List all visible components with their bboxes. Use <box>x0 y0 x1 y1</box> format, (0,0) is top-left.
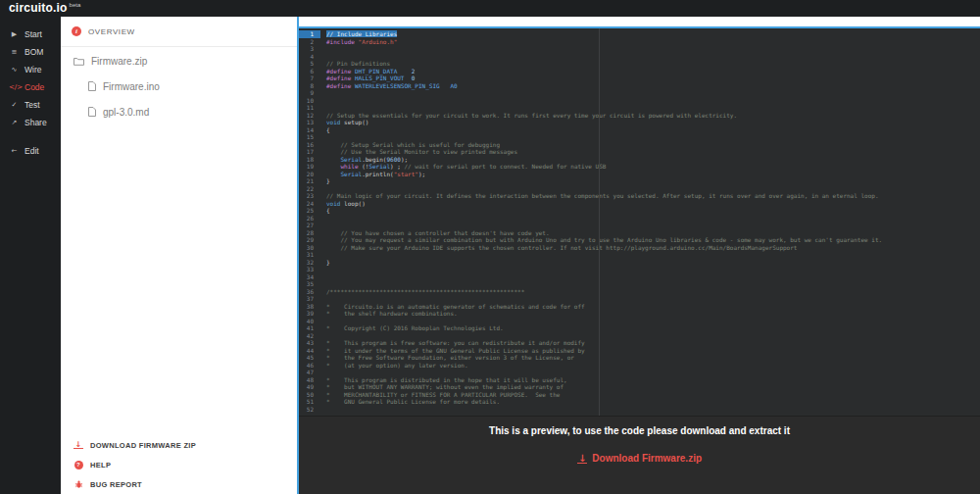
sidebar-item-code[interactable]: </>Code <box>0 78 61 96</box>
code-line[interactable]: 48* This program is distributed in the h… <box>299 376 980 384</box>
code-line[interactable]: 49* but WITHOUT ANY WARRANTY; without ev… <box>299 383 980 391</box>
sidebar-item-test[interactable]: ✓Test <box>0 96 61 114</box>
app-logo[interactable]: circuito.io <box>9 0 68 17</box>
line-number: 28 <box>299 229 320 237</box>
line-number: 26 <box>299 215 320 222</box>
code-line[interactable]: 33 <box>299 266 980 273</box>
line-text <box>320 222 326 229</box>
sidebar-item-wire[interactable]: ∿Wire <box>0 61 61 78</box>
line-text <box>320 45 326 53</box>
line-text <box>320 133 326 141</box>
code-line[interactable]: 5// Pin Definitions <box>299 60 980 68</box>
preview-message: This is a preview, to use the code pleas… <box>299 417 980 436</box>
code-editor[interactable]: 1// Include Libraries2#include "Arduino.… <box>299 26 980 416</box>
code-line[interactable]: 27 <box>299 222 980 229</box>
code-line[interactable]: 4 <box>299 53 980 61</box>
line-text <box>320 266 326 273</box>
code-line[interactable]: 18 Serial.begin(9600); <box>299 156 980 164</box>
code-line[interactable]: 3 <box>299 45 980 53</box>
code-line[interactable]: 44* it under the terms of the GNU Genera… <box>299 347 980 355</box>
file-item-firmware.ino[interactable]: Firmware.ino <box>61 74 297 99</box>
line-text <box>320 406 326 414</box>
line-number: 34 <box>299 273 320 281</box>
code-line[interactable]: 16 // Setup Serial which is useful for d… <box>299 141 980 149</box>
code-line[interactable]: 38* Circuito.io is an automatic generato… <box>299 303 980 311</box>
line-number: 39 <box>299 310 320 318</box>
code-line[interactable]: 8#define WATERLEVELSENSOR_PIN_SIG A0 <box>299 82 980 90</box>
code-line[interactable]: 9 <box>299 89 980 97</box>
code-line[interactable]: 12// Setup the essentials for your circu… <box>299 112 980 120</box>
code-line[interactable]: 51* GNU General Public License for more … <box>299 398 980 406</box>
line-text: // Setup the essentials for your circuit… <box>320 112 737 120</box>
code-line[interactable]: 6#define DHT_PIN_DATA 2 <box>299 68 980 75</box>
code-line[interactable]: 24void loop() <box>299 200 980 208</box>
line-number: 42 <box>299 332 320 340</box>
code-line[interactable]: 19 while (!Serial) ; // wait for serial … <box>299 163 980 171</box>
code-line[interactable]: 47 <box>299 369 980 376</box>
start-icon: ▶ <box>9 30 20 38</box>
code-line[interactable]: 21} <box>299 177 980 185</box>
code-line[interactable]: 41* Copyright (C) 2016 Roboplan Technolo… <box>299 324 980 332</box>
line-number: 30 <box>299 244 320 252</box>
code-line[interactable]: 2#include "Arduino.h" <box>299 38 980 46</box>
code-line[interactable]: 40 <box>299 318 980 325</box>
code-line[interactable]: 52 <box>299 406 980 414</box>
code-line[interactable]: 28 // You have chosen a controller that … <box>299 229 980 237</box>
sidebar-item-start[interactable]: ▶Start <box>0 25 61 43</box>
code-line[interactable]: 15 <box>299 133 980 141</box>
line-text: Serial.println("start"); <box>320 171 425 178</box>
code-line[interactable]: 14{ <box>299 126 980 134</box>
line-text: #define DHT_PIN_DATA 2 <box>320 68 415 75</box>
line-number: 31 <box>299 251 320 259</box>
code-line[interactable]: 29 // You may request a similar combinat… <box>299 236 980 244</box>
line-number: 3 <box>299 45 320 53</box>
line-number: 50 <box>299 391 320 399</box>
code-line[interactable]: 23// Main logic of your circuit. It defi… <box>299 192 980 200</box>
line-text: * the shelf hardware combinations. <box>320 310 458 318</box>
line-number: 48 <box>299 376 320 384</box>
code-line[interactable]: 37 <box>299 295 980 303</box>
code-line[interactable]: 36/*************************************… <box>299 288 980 296</box>
info-icon: i <box>72 26 81 36</box>
code-line[interactable]: 31 <box>299 251 980 259</box>
code-line[interactable]: 30 // Make sure your Arduino IDE support… <box>299 244 980 252</box>
code-line[interactable]: 13void setup() <box>299 119 980 126</box>
file-name: Firmware.zip <box>91 56 147 67</box>
code-line[interactable]: 20 Serial.println("start"); <box>299 171 980 178</box>
line-number: 41 <box>299 324 320 332</box>
download-firmware-link[interactable]: ↓ Download Firmware.zip <box>577 453 702 464</box>
code-line[interactable]: 25{ <box>299 207 980 215</box>
line-number: 23 <box>299 192 320 200</box>
code-line[interactable]: 26 <box>299 215 980 222</box>
sidebar-item-share[interactable]: ↗Share <box>0 114 61 131</box>
line-text: #include "Arduino.h" <box>320 38 397 46</box>
code-line[interactable]: 22 <box>299 185 980 193</box>
sidebar-item-bom[interactable]: ≡BOM <box>0 43 61 61</box>
file-item-firmware.zip[interactable]: Firmware.zip <box>61 48 297 74</box>
code-line[interactable]: 39* the shelf hardware combinations. <box>299 310 980 318</box>
code-line[interactable]: 10 <box>299 97 980 105</box>
code-line[interactable]: 43* This program is free software: you c… <box>299 339 980 347</box>
code-line[interactable]: 7#define HALLS_PIN_VOUT 0 <box>299 74 980 82</box>
code-line[interactable]: 42 <box>299 332 980 340</box>
code-line[interactable]: 45* the Free Software Foundation, either… <box>299 354 980 362</box>
code-line[interactable]: 35 <box>299 280 980 288</box>
line-number: 36 <box>299 288 320 296</box>
line-number: 29 <box>299 236 320 244</box>
code-line[interactable]: 32} <box>299 259 980 267</box>
code-line[interactable]: 46* (at your option) any later version. <box>299 362 980 370</box>
overview-row[interactable]: i OVERVIEW <box>61 17 297 47</box>
code-line[interactable]: 11 <box>299 104 980 112</box>
line-text <box>320 369 326 376</box>
code-line[interactable]: 50* MERCHANTABILITY or FITNESS FOR A PAR… <box>299 391 980 399</box>
action-download-firmware-zip[interactable]: ↓DOWNLOAD FIRMWARE ZIP <box>61 435 297 455</box>
line-text: * This program is free software: you can… <box>320 339 585 347</box>
action-bug-report[interactable]: BUG REPORT <box>61 474 297 494</box>
sidebar-item-edit[interactable]: ←Edit <box>0 142 61 160</box>
code-line[interactable]: 1// Include Libraries <box>299 30 980 38</box>
code-line[interactable]: 17 // Use the Serial Monitor to view pri… <box>299 148 980 156</box>
action-help[interactable]: ?HELP <box>61 455 297 474</box>
code-line[interactable]: 34 <box>299 273 980 281</box>
file-item-gpl-3.0.md[interactable]: gpl-3.0.md <box>61 99 297 124</box>
action-label: HELP <box>90 461 111 469</box>
